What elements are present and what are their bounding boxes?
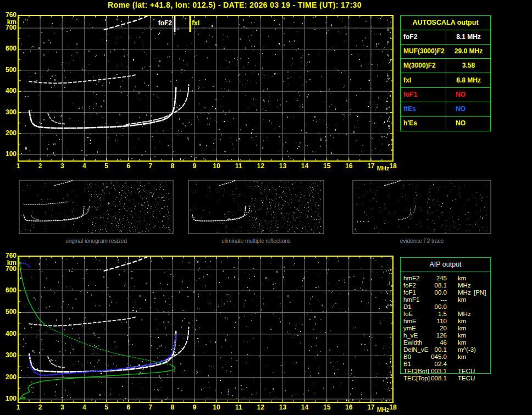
noise-dot: [161, 201, 162, 201]
noise-dot: [90, 196, 90, 196]
noise-dot: [55, 391, 56, 392]
noise-dot: [307, 96, 307, 97]
noise-dot: [163, 322, 164, 322]
noise-dot: [300, 106, 300, 107]
noise-dot: [103, 214, 103, 215]
noise-dot: [326, 145, 327, 146]
noise-dot: [129, 223, 130, 223]
noise-dot: [151, 261, 152, 262]
noise-dot: [52, 23, 53, 24]
noise-dot: [126, 264, 126, 265]
noise-dot: [226, 294, 227, 295]
noise-dot: [107, 218, 108, 219]
noise-dot: [164, 206, 165, 207]
noise-dot: [257, 217, 257, 218]
noise-dot: [69, 46, 69, 47]
noise-dot: [140, 99, 141, 99]
noise-dot: [56, 135, 57, 136]
noise-dot: [62, 397, 62, 397]
y-tick-label: 600: [0, 287, 16, 294]
noise-dot: [168, 216, 168, 217]
noise-dot: [145, 214, 146, 214]
noise-dot: [113, 363, 114, 364]
thumbnail-1: [19, 180, 173, 234]
noise-dot: [298, 201, 299, 202]
noise-dot: [465, 214, 466, 215]
noise-dot: [36, 337, 37, 337]
noise-dot: [389, 273, 390, 274]
noise-dot: [331, 152, 332, 154]
noise-dot: [82, 107, 83, 108]
noise-dot: [99, 394, 100, 395]
noise-dot: [119, 211, 119, 212]
noise-dot: [300, 212, 300, 213]
ionogram-trace: [29, 87, 176, 128]
noise-dot: [291, 202, 292, 203]
noise-dot: [237, 230, 238, 230]
noise-dot: [283, 276, 284, 278]
noise-dot: [209, 29, 210, 29]
noise-dot: [464, 232, 464, 233]
noise-dot: [95, 305, 96, 306]
noise-dot: [300, 142, 300, 143]
noise-dot: [255, 219, 256, 220]
noise-dot: [262, 182, 262, 184]
noise-dot: [249, 233, 250, 233]
noise-dot: [33, 115, 34, 115]
noise-dot: [375, 297, 376, 298]
noise-dot: [345, 85, 345, 86]
noise-dot: [140, 211, 141, 212]
noise-dot: [377, 104, 378, 105]
noise-dot: [333, 137, 334, 138]
noise-dot: [202, 373, 202, 373]
noise-dot: [241, 72, 241, 73]
noise-dot: [157, 329, 158, 330]
noise-dot: [414, 198, 414, 199]
noise-dot: [376, 46, 377, 47]
noise-dot: [120, 200, 121, 200]
noise-dot: [215, 341, 216, 343]
noise-dot: [139, 29, 140, 29]
noise-dot: [171, 324, 171, 325]
noise-dot: [291, 200, 292, 200]
noise-dot: [182, 18, 183, 19]
noise-dot: [148, 183, 148, 184]
noise-dot: [239, 293, 240, 294]
noise-dot: [343, 87, 344, 88]
noise-dot: [128, 342, 129, 344]
noise-dot: [117, 302, 117, 303]
noise-dot: [357, 127, 357, 128]
noise-dot: [309, 226, 310, 227]
noise-dot: [131, 185, 132, 185]
noise-dot: [87, 380, 88, 380]
noise-dot: [112, 356, 112, 357]
noise-dot: [58, 341, 58, 341]
noise-dot: [143, 190, 144, 191]
chart-frame: [18, 15, 393, 161]
noise-dot: [302, 224, 302, 224]
noise-dot: [376, 392, 377, 393]
noise-dot: [21, 153, 22, 154]
noise-dot: [60, 25, 61, 26]
noise-dot: [159, 141, 160, 141]
noise-dot: [390, 358, 391, 359]
noise-dot: [254, 200, 254, 200]
noise-dot: [139, 217, 140, 218]
noise-dot: [127, 217, 128, 218]
noise-dot: [269, 184, 269, 184]
autoscala-row-value: 3.58: [447, 58, 490, 73]
noise-dot: [134, 286, 135, 287]
noise-dot: [129, 38, 130, 38]
noise-dot: [328, 269, 329, 270]
noise-dot: [137, 189, 138, 190]
noise-dot: [147, 202, 148, 202]
noise-dot: [311, 200, 311, 201]
noise-dot: [140, 197, 141, 197]
noise-dot: [71, 55, 71, 56]
noise-dot: [25, 19, 26, 20]
noise-dot: [296, 325, 296, 325]
noise-dot: [345, 114, 345, 114]
noise-dot: [282, 267, 283, 268]
noise-dot: [263, 298, 263, 298]
noise-dot: [307, 62, 308, 63]
